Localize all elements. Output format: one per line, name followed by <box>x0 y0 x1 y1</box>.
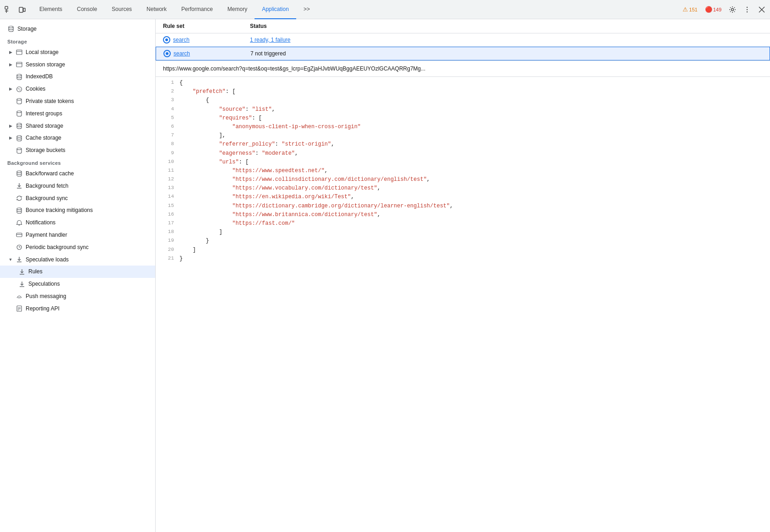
rules-row-1[interactable]: search 1 ready, 1 failure <box>156 33 770 47</box>
sidebar-item-back-forward-cache[interactable]: ▶ Back/forward cache <box>0 168 155 180</box>
sidebar-item-indexeddb[interactable]: ▶ IndexedDB <box>0 71 155 83</box>
line-number: 20 <box>159 246 174 254</box>
svg-point-23 <box>17 123 22 125</box>
tab-console[interactable]: Console <box>70 0 104 19</box>
code-line: 10 "urls": [ <box>156 158 770 167</box>
more-icon[interactable] <box>741 3 754 16</box>
interest-groups-icon <box>16 110 23 117</box>
url-bar: https://www.google.com/search?q=test&oq=… <box>156 61 770 77</box>
sidebar-item-background-sync[interactable]: ▶ Background sync <box>0 192 155 205</box>
sidebar-item-cookies[interactable]: ▶ Cookies <box>0 83 155 95</box>
line-number: 7 <box>159 131 174 140</box>
sidebar-item-notifications[interactable]: ▶ Notifications <box>0 217 155 229</box>
svg-rect-0 <box>5 6 8 9</box>
code-line: 14 "https://en.wikipedia.org/wiki/Test", <box>156 193 770 201</box>
ruleset-link-1[interactable]: search <box>173 37 190 43</box>
sidebar-item-bounce-tracking[interactable]: ▶ Bounce tracking mitigations <box>0 204 155 217</box>
sidebar-item-shared-storage[interactable]: ▶ Shared storage <box>0 120 155 132</box>
payment-handler-icon <box>16 231 23 239</box>
sidebar-item-payment-handler[interactable]: ▶ Payment handler <box>0 229 155 241</box>
url-text: https://www.google.com/search?q=test&oq=… <box>163 65 425 72</box>
svg-rect-4 <box>23 8 25 11</box>
sidebar-item-reporting-api[interactable]: ▶ Reporting API <box>0 303 155 315</box>
sidebar-item-rules[interactable]: Rules <box>0 266 155 278</box>
tab-sources[interactable]: Sources <box>104 0 139 19</box>
tab-overflow[interactable]: >> <box>296 0 317 19</box>
tab-network[interactable]: Network <box>139 0 174 19</box>
tab-application[interactable]: Application <box>255 0 296 19</box>
cookies-icon <box>16 86 23 93</box>
error-badge[interactable]: 🔴 149 <box>702 5 724 14</box>
rule-icon-2 <box>163 50 171 57</box>
line-number: 5 <box>159 114 174 122</box>
code-line: 9 "eagerness": "moderate", <box>156 149 770 158</box>
shared-storage-label: Shared storage <box>26 122 63 130</box>
code-line: 3 { <box>156 96 770 105</box>
svg-point-24 <box>17 136 22 137</box>
sidebar-item-periodic-bg-sync[interactable]: ▶ Periodic background sync <box>0 241 155 254</box>
line-content: } <box>179 255 766 263</box>
line-content: "eagerness": "moderate", <box>179 149 766 158</box>
periodic-bg-sync-label: Periodic background sync <box>26 244 88 251</box>
status-cell-1: 1 ready, 1 failure <box>250 37 763 43</box>
tab-elements[interactable]: Elements <box>32 0 70 19</box>
expand-arrow-cookies: ▶ <box>7 86 14 92</box>
svg-point-7 <box>747 9 748 10</box>
expand-arrow-speculative: ▼ <box>7 256 14 263</box>
shared-storage-icon <box>16 122 23 130</box>
line-content: "https://www.britannica.com/dictionary/t… <box>179 211 766 219</box>
svg-point-19 <box>20 89 21 90</box>
svg-point-20 <box>19 88 20 88</box>
rules-row-2[interactable]: search 7 not triggered <box>156 47 770 60</box>
reporting-api-icon <box>16 305 23 312</box>
tab-performance[interactable]: Performance <box>174 0 220 19</box>
speculations-label: Speculations <box>28 280 60 288</box>
inspect-icon[interactable] <box>2 3 15 16</box>
status-text-2: 7 not triggered <box>250 50 286 57</box>
sidebar-item-speculations[interactable]: Speculations <box>0 278 155 290</box>
warning-badge[interactable]: ⚠ 151 <box>680 5 700 14</box>
push-messaging-icon <box>16 293 23 300</box>
device-icon[interactable] <box>16 3 28 16</box>
code-line: 13 "https://www.vocabulary.com/dictionar… <box>156 184 770 193</box>
svg-rect-30 <box>16 233 22 237</box>
interest-groups-label: Interest groups <box>26 110 62 118</box>
line-content: "source": "list", <box>179 105 766 114</box>
code-line: 2 "prefetch": [ <box>156 87 770 96</box>
sidebar-item-storage-top[interactable]: Storage <box>0 23 155 35</box>
svg-rect-3 <box>19 7 23 12</box>
code-line: 19 } <box>156 237 770 245</box>
background-sync-label: Background sync <box>26 195 68 202</box>
bounce-tracking-label: Bounce tracking mitigations <box>26 206 93 214</box>
status-link-1[interactable]: 1 ready, 1 failure <box>250 37 291 43</box>
settings-icon[interactable] <box>726 3 739 16</box>
code-line: 15 "https://dictionary.cambridge.org/dic… <box>156 202 770 211</box>
tab-bar-right: ⚠ 151 🔴 149 <box>680 3 768 16</box>
sidebar-item-session-storage[interactable]: ▶ Session storage <box>0 59 155 71</box>
svg-point-25 <box>17 148 22 150</box>
sidebar-item-interest-groups[interactable]: ▶ Interest groups <box>0 108 155 120</box>
sidebar-item-cache-storage[interactable]: ▶ Cache storage <box>0 132 155 144</box>
sidebar-item-push-messaging[interactable]: ▶ Push messaging <box>0 290 155 303</box>
speculative-loads-label: Speculative loads <box>26 256 69 264</box>
indexeddb-icon <box>16 73 23 81</box>
sidebar-item-storage-buckets[interactable]: ▶ Storage buckets <box>0 144 155 157</box>
code-line: 11 "https://www.speedtest.net/", <box>156 167 770 175</box>
line-number: 3 <box>159 96 174 104</box>
col-status-header: Status <box>250 23 763 29</box>
close-icon[interactable] <box>755 3 768 16</box>
storage-buckets-icon <box>16 147 23 154</box>
line-content: "anonymous-client-ip-when-cross-origin" <box>179 123 766 131</box>
bg-services-section-header: Background services <box>0 157 155 168</box>
ruleset-link-2[interactable]: search <box>174 50 190 57</box>
code-panel[interactable]: 1{2 "prefetch": [3 {4 "source": "list",5… <box>156 77 770 532</box>
tab-bar: Elements Console Sources Network Perform… <box>0 0 770 19</box>
tab-memory[interactable]: Memory <box>220 0 255 19</box>
sidebar-item-background-fetch[interactable]: ▶ Background fetch <box>0 180 155 192</box>
col-ruleset-header: Rule set <box>163 23 250 29</box>
line-content: "https://www.speedtest.net/", <box>179 167 766 175</box>
sidebar-item-speculative-loads[interactable]: ▼ Speculative loads <box>0 254 155 266</box>
sidebar-item-private-state-tokens[interactable]: ▶ Private state tokens <box>0 95 155 108</box>
line-content: "https://www.vocabulary.com/dictionary/t… <box>179 184 766 193</box>
sidebar-item-local-storage[interactable]: ▶ Local storage <box>0 46 155 59</box>
